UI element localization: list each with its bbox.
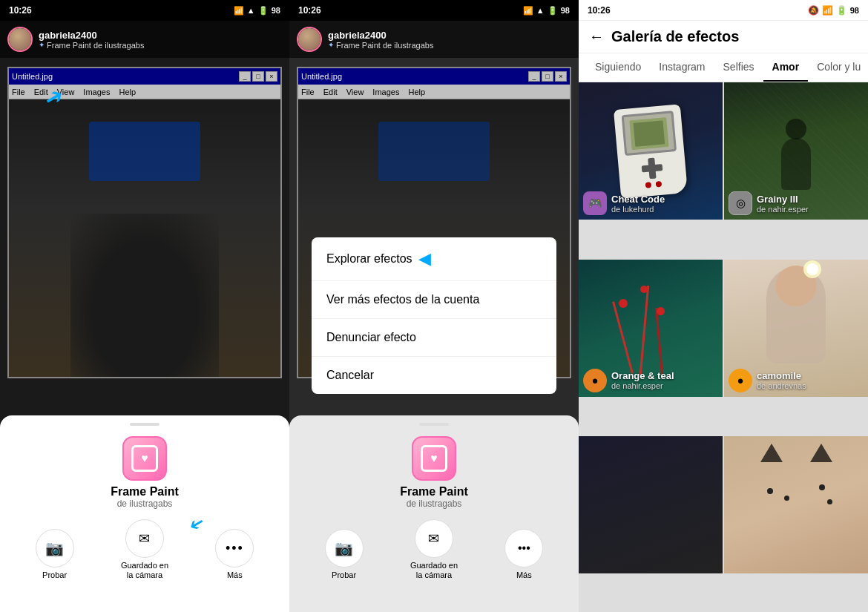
try-label-left: Probar (42, 570, 67, 580)
more-label-left: Más (227, 570, 243, 580)
tab-siguiendo[interactable]: Siguiendo (586, 53, 650, 82)
effect-icon-left: ♥ (122, 436, 167, 481)
gallery-header: ← Galería de efectos (579, 21, 868, 53)
try-circle-left: 📷 (36, 529, 74, 567)
dots-icon-center: ••• (518, 542, 530, 555)
battery-right: 🔋 (836, 5, 847, 16)
cheat-code-label: 🎮 Cheat Code de lukehurd (583, 191, 665, 215)
avatar-left[interactable] (7, 27, 33, 52)
effect-cell-orange-teal[interactable]: ● Orange & teal de nahir.esper (579, 260, 723, 397)
effect-cell-cheat-code[interactable]: 🎮 Cheat Code de lukehurd (579, 82, 723, 220)
orange-teal-name: Orange & teal (611, 370, 674, 381)
status-time-center: 10:26 (298, 5, 321, 16)
menu-images-left[interactable]: Images (83, 88, 110, 96)
center-story-panel: 10:26 📶 ▲ 🔋 98 gabriela2400 ✦ Frame Pain… (289, 0, 579, 612)
effect-cell-bottom1[interactable] (579, 436, 723, 573)
menu-images-center[interactable]: Images (372, 88, 399, 96)
back-button[interactable]: ← (589, 28, 604, 45)
menu-item-more-effects[interactable]: Ver más efectos de la cuenta (312, 281, 556, 319)
right-status-bar: 10:26 🔕 📶 🔋 98 (579, 0, 868, 21)
orange-teal-icon: ● (583, 369, 607, 392)
cat-ear-left (760, 444, 783, 462)
tab-instagram[interactable]: Instagram (650, 53, 714, 82)
sheet-handle-center (419, 423, 449, 426)
action-more-left[interactable]: ➔ ••• Más (215, 529, 254, 580)
center-story-header: gabriela2400 ✦ Frame Paint de ilustragab… (289, 21, 579, 58)
explore-arrow-icon: ◀ (418, 249, 431, 269)
blue-arrow-more: ➔ (185, 512, 208, 537)
paint-controls-left: _ □ × (239, 71, 277, 82)
tab-amor[interactable]: Amor (763, 53, 809, 82)
menu-item-explore[interactable]: Explorar efectos ◀ (312, 237, 556, 281)
menu-item-report[interactable]: Denunciar efecto (312, 319, 556, 357)
cat-ear-right (810, 444, 832, 462)
berry3 (657, 307, 665, 315)
plant-stem3 (655, 308, 663, 375)
avatar-center[interactable] (297, 27, 322, 52)
paint-window-left: Untitled.jpg _ □ × File Edit View Images… (7, 67, 282, 378)
tab-selfies[interactable]: Selfies (714, 53, 763, 82)
paint-close-c[interactable]: × (555, 71, 567, 82)
center-status-bar: 10:26 📶 ▲ 🔋 98 (289, 0, 579, 21)
cat-left (70, 214, 219, 377)
star-icon-center: ✦ (328, 41, 334, 49)
menu-file-left[interactable]: File (12, 88, 25, 96)
camera-icon-center: 📷 (335, 539, 353, 557)
effects-grid: 🎮 Cheat Code de lukehurd ◎ Grainy III (579, 82, 868, 612)
effect-name-left: Frame Paint (111, 485, 179, 499)
orange-teal-creator: de nahir.esper (611, 381, 674, 390)
try-circle-center: 📷 (325, 529, 364, 567)
paint-close[interactable]: × (266, 71, 277, 82)
more-label-center: Más (516, 570, 532, 580)
save-label-left: Guardado enla cámara (121, 561, 168, 580)
battery-pct-right: 98 (850, 6, 859, 15)
bottom1-visual (579, 436, 723, 573)
menu-file-center[interactable]: File (301, 88, 315, 96)
effect-cell-grainy[interactable]: ◎ Grainy III de nahir.esper (724, 82, 868, 220)
menu-help-left[interactable]: Help (119, 88, 136, 96)
report-label: Denunciar efecto (326, 331, 416, 343)
paint-maximize-c[interactable]: □ (542, 71, 553, 82)
story-subtext-left: ✦ Frame Paint de ilustragabs (39, 41, 144, 50)
action-more-center[interactable]: ••• Más (504, 529, 543, 580)
battery-center: 🔋 (548, 6, 558, 16)
paint-controls-center: _ □ × (528, 71, 567, 82)
gb-screen-area (622, 111, 677, 156)
paint-titlebar-left: Untitled.jpg _ □ × (9, 68, 280, 85)
paint-minimize[interactable]: _ (239, 71, 251, 82)
paint-maximize[interactable]: □ (252, 71, 264, 82)
menu-item-cancel[interactable]: Cancelar (312, 357, 556, 394)
effect-cell-spots[interactable] (724, 436, 868, 573)
status-time-left: 10:26 (9, 5, 32, 16)
paint-minimize-c[interactable]: _ (528, 71, 540, 82)
action-save-left[interactable]: ✉ Guardado enla cámara (121, 519, 168, 580)
cheat-code-text: Cheat Code de lukehurd (611, 194, 665, 214)
camomile-label: ● camomile de andrevnas (729, 369, 806, 392)
camomile-name: camomile (757, 370, 806, 381)
wifi-icon-right: 📶 (822, 5, 833, 16)
gameboy-body (614, 104, 688, 198)
orange-teal-label: ● Orange & teal de nahir.esper (583, 369, 674, 392)
action-try-center[interactable]: 📷 Probar (325, 529, 364, 580)
paint-menubar-center: File Edit View Images Help (298, 85, 570, 99)
menu-edit-center[interactable]: Edit (323, 88, 338, 96)
effect-icon-inner-c: ♥ (421, 445, 447, 472)
person-body (781, 138, 811, 190)
effect-cell-camomile[interactable]: ● camomile de andrevnas (724, 260, 868, 397)
try-label-center: Probar (332, 570, 356, 580)
check-icon-left: ✉ (139, 530, 150, 547)
wifi-icon-center: ▲ (536, 6, 545, 15)
star-icon-left: ✦ (39, 41, 45, 49)
camomile-text: camomile de andrevnas (757, 370, 806, 390)
spot3 (819, 484, 825, 490)
battery-pct-center: 98 (561, 6, 570, 15)
sheet-handle-left (130, 423, 160, 426)
spot4 (827, 499, 832, 504)
story-username-center: gabriela2400 (328, 30, 433, 41)
menu-help-center[interactable]: Help (408, 88, 425, 96)
tab-color[interactable]: Color y lu (808, 53, 868, 82)
action-save-center[interactable]: ✉ Guardado enla cámara (410, 519, 458, 580)
menu-view-center[interactable]: View (346, 88, 364, 96)
wifi-icon: ▲ (247, 6, 255, 15)
action-try-left[interactable]: 📷 Probar (36, 529, 74, 580)
